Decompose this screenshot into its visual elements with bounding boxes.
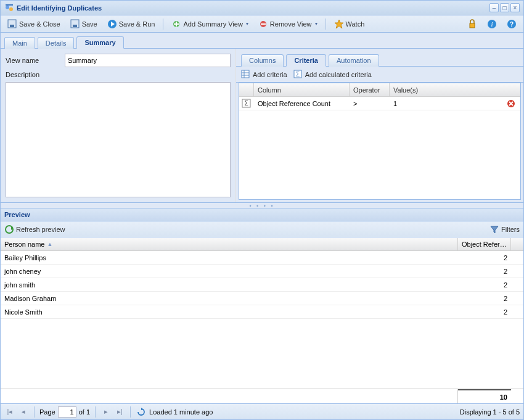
toolbar-separator bbox=[130, 406, 131, 418]
page-first-button[interactable]: |◂ bbox=[4, 406, 15, 418]
page-current-input[interactable] bbox=[58, 406, 76, 418]
edit-view-window: Edit Identifying Duplicates – □ × Save &… bbox=[0, 0, 524, 420]
preview-row[interactable]: Bailey Phillips 2 bbox=[1, 251, 523, 265]
tab-details[interactable]: Details bbox=[38, 37, 75, 49]
criteria-column-cell: Object Reference Count bbox=[254, 97, 350, 110]
refresh-preview-button[interactable]: Refresh preview bbox=[4, 224, 65, 234]
delete-criteria-button[interactable] bbox=[506, 99, 516, 109]
criteria-header-column[interactable]: Column bbox=[254, 83, 350, 96]
close-button[interactable]: × bbox=[510, 3, 520, 12]
preview-toolbar: Refresh preview Filters bbox=[1, 221, 523, 237]
page-last-button[interactable]: ▸| bbox=[114, 406, 125, 418]
preview-cell-name: Bailey Phillips bbox=[1, 251, 458, 264]
window-title: Edit Identifying Duplicates bbox=[17, 4, 102, 12]
preview-cell-ref: 2 bbox=[458, 278, 511, 291]
save-close-button[interactable]: Save & Close bbox=[3, 17, 65, 31]
toolbar-separator bbox=[95, 406, 96, 418]
preview-cell-name: john cheney bbox=[1, 265, 458, 278]
view-name-label: View name bbox=[6, 57, 65, 64]
preview-cell-ref: 2 bbox=[458, 292, 511, 305]
svg-point-0 bbox=[6, 6, 9, 9]
preview-header-object-ref[interactable]: Object Refer… bbox=[458, 238, 511, 250]
splitter-handle[interactable]: • • • • bbox=[1, 203, 523, 208]
description-input[interactable] bbox=[6, 82, 231, 197]
view-name-input[interactable] bbox=[65, 54, 231, 67]
star-icon bbox=[334, 19, 344, 29]
remove-icon bbox=[258, 19, 268, 29]
add-calculated-criteria-button[interactable]: Σ Add calculated criteria bbox=[293, 70, 372, 80]
subtab-columns[interactable]: Columns bbox=[241, 54, 284, 67]
subtab-criteria[interactable]: Criteria bbox=[286, 54, 326, 67]
svg-rect-2 bbox=[6, 4, 13, 6]
criteria-header-values[interactable]: Value(s) bbox=[390, 83, 502, 96]
preview-cell-name: john smith bbox=[1, 278, 458, 291]
criteria-grid-header: Column Operator Value(s) bbox=[239, 83, 520, 97]
filter-icon bbox=[489, 224, 499, 234]
view-form-panel: View name Description bbox=[1, 49, 236, 202]
svg-rect-11 bbox=[174, 23, 179, 25]
paging-toolbar: |◂ ◂ Page of 1 ▸ ▸| Loaded 1 minute ago … bbox=[1, 403, 523, 419]
lock-button[interactable] bbox=[463, 17, 481, 31]
info-icon: i bbox=[487, 19, 497, 29]
page-next-button[interactable]: ▸ bbox=[100, 406, 112, 418]
page-label: Page bbox=[39, 408, 55, 416]
remove-view-button[interactable]: Remove View ▾ bbox=[254, 17, 322, 31]
criteria-header-operator[interactable]: Operator bbox=[350, 83, 390, 96]
dropdown-arrow-icon: ▾ bbox=[246, 21, 248, 27]
description-label: Description bbox=[6, 71, 65, 78]
preview-row[interactable]: john cheney 2 bbox=[1, 265, 523, 278]
toolbar-separator bbox=[34, 406, 35, 418]
svg-text:i: i bbox=[491, 20, 493, 28]
preview-grid-header: Person name ▲ Object Refer… bbox=[1, 237, 523, 251]
sigma-icon: Σ bbox=[293, 70, 303, 80]
lock-icon bbox=[467, 19, 477, 29]
main-toolbar: Save & Close Save Save & Run Add Summary… bbox=[1, 15, 523, 33]
preview-cell-ref: 2 bbox=[458, 251, 511, 264]
add-criteria-button[interactable]: Add criteria bbox=[241, 70, 287, 80]
minimize-button[interactable]: – bbox=[489, 3, 499, 12]
svg-rect-15 bbox=[470, 23, 475, 28]
criteria-grid: Column Operator Value(s) Σ Object Refere… bbox=[239, 83, 521, 200]
add-icon bbox=[171, 19, 181, 29]
filters-button[interactable]: Filters bbox=[489, 224, 520, 234]
svg-point-1 bbox=[9, 7, 13, 11]
sigma-icon: Σ bbox=[242, 99, 252, 109]
main-tabstrip: Main Details Summary bbox=[1, 33, 523, 49]
preview-row[interactable]: Madison Graham 2 bbox=[1, 292, 523, 305]
svg-text:Σ: Σ bbox=[296, 71, 300, 78]
preview-cell-name: Madison Graham bbox=[1, 292, 458, 305]
grid-add-icon bbox=[241, 70, 251, 80]
save-run-button[interactable]: Save & Run bbox=[103, 17, 160, 31]
page-prev-button[interactable]: ◂ bbox=[18, 406, 29, 418]
tab-summary[interactable]: Summary bbox=[76, 36, 123, 49]
help-button[interactable]: ? bbox=[502, 17, 521, 31]
play-icon bbox=[107, 19, 117, 29]
criteria-row[interactable]: Σ Object Reference Count > 1 bbox=[239, 97, 520, 110]
preview-cell-name: Nicole Smith bbox=[1, 305, 458, 318]
preview-cell-ref: 2 bbox=[458, 305, 511, 318]
page-of-label: of 1 bbox=[79, 408, 90, 416]
svg-marker-33 bbox=[491, 226, 498, 233]
subtab-automation[interactable]: Automation bbox=[329, 54, 379, 67]
tab-main[interactable]: Main bbox=[4, 37, 35, 49]
maximize-button[interactable]: □ bbox=[500, 3, 509, 12]
info-button[interactable]: i bbox=[483, 17, 501, 31]
page-refresh-button[interactable] bbox=[136, 406, 147, 418]
preview-row[interactable]: Nicole Smith 2 bbox=[1, 305, 523, 319]
preview-header-person-name[interactable]: Person name ▲ bbox=[1, 238, 458, 250]
loaded-label: Loaded 1 minute ago bbox=[149, 408, 213, 416]
svg-rect-13 bbox=[261, 23, 266, 25]
help-icon: ? bbox=[507, 19, 517, 29]
criteria-tabstrip: Columns Criteria Automation bbox=[236, 49, 523, 67]
save-button[interactable]: Save bbox=[66, 17, 102, 31]
preview-row[interactable]: john smith 2 bbox=[1, 278, 523, 292]
preview-total-ref: 10 bbox=[458, 389, 511, 403]
toolbar-separator bbox=[325, 19, 326, 30]
add-summary-view-button[interactable]: Add Summary View ▾ bbox=[167, 17, 252, 31]
svg-text:?: ? bbox=[510, 21, 514, 28]
watch-button[interactable]: Watch bbox=[330, 17, 369, 31]
criteria-value-cell: 1 bbox=[390, 97, 502, 110]
svg-rect-6 bbox=[73, 25, 77, 27]
preview-total-row: 10 bbox=[1, 389, 523, 403]
svg-point-31 bbox=[6, 226, 13, 233]
